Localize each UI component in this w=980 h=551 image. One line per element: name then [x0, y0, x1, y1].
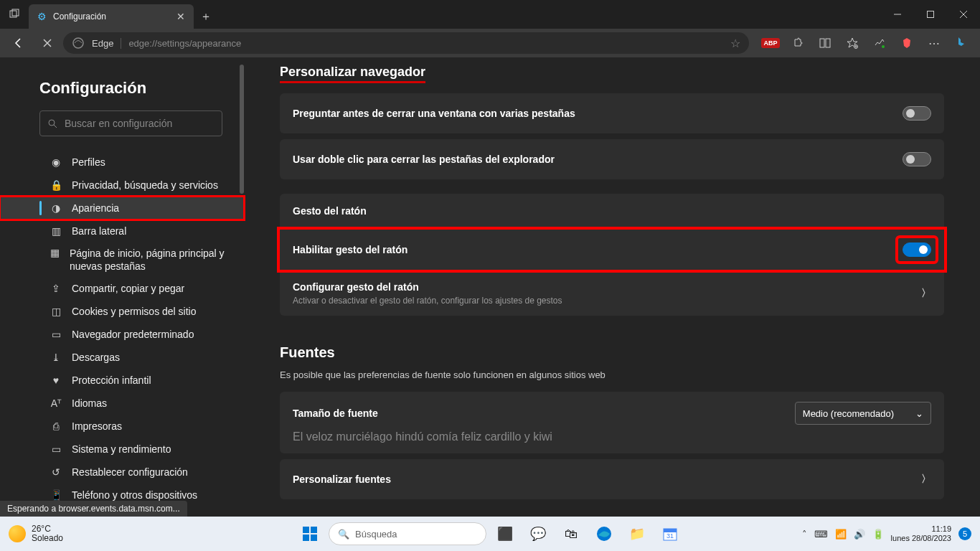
toolbar-icons: ABP ⋯ [758, 32, 974, 55]
sidebar-title: Configuración [0, 72, 244, 110]
titlebar: ⚙ Configuración ✕ ＋ [0, 0, 980, 29]
sidebar-item-family[interactable]: ♥Protección infantil [0, 369, 244, 392]
sidebar-item-privacy[interactable]: 🔒Privacidad, búsqueda y servicios [0, 174, 244, 197]
sidebar-item-printers[interactable]: ⎙Impresoras [0, 415, 244, 438]
lock-icon: 🔒 [50, 179, 62, 191]
browser-tab[interactable]: ⚙ Configuración ✕ [29, 4, 194, 29]
share-icon: ⇪ [50, 283, 62, 294]
performance-button[interactable] [867, 32, 892, 55]
toggle-enable-mouse-gesture[interactable] [903, 242, 931, 257]
system-tray[interactable]: ˄ ⌨ 📶 🔊 🔋 [802, 529, 884, 540]
new-tab-button[interactable]: ＋ [194, 4, 218, 29]
chevron-down-icon: ⌄ [915, 408, 923, 419]
favorites-button[interactable] [839, 32, 865, 55]
tab-actions-button[interactable] [0, 0, 29, 29]
sidebar-item-profiles[interactable]: ◉Perfiles [0, 151, 244, 174]
url-scheme-label: Edge [92, 38, 121, 49]
sidebar-item-appearance[interactable]: ◑Apariencia [0, 197, 244, 220]
download-icon: ⤓ [50, 352, 62, 363]
sidebar-item-startpage[interactable]: ▦Página de inicio, página principal y nu… [0, 242, 244, 277]
taskview-icon[interactable]: ⬛ [491, 519, 519, 548]
section-customize-browser-title: Personalizar navegador [280, 65, 425, 83]
notification-badge[interactable]: 5 [958, 527, 971, 540]
url-text: edge://settings/appearance [128, 38, 723, 49]
row-customize-fonts[interactable]: Personalizar fuentes 〉 [280, 459, 944, 499]
settings-nav-list: ◉Perfiles 🔒Privacidad, búsqueda y servic… [0, 151, 244, 507]
taskbar-search[interactable]: 🔍 Búsqueda [329, 522, 486, 545]
chat-icon[interactable]: 💬 [524, 519, 552, 548]
close-window-button[interactable] [947, 0, 980, 29]
titlebar-left: ⚙ Configuración ✕ ＋ [0, 0, 218, 29]
edge-taskbar-icon[interactable] [590, 519, 618, 548]
maximize-button[interactable] [914, 0, 947, 29]
sidebar-item-default-browser[interactable]: ▭Navegador predeterminado [0, 323, 244, 346]
calendar-icon[interactable]: 31 [656, 519, 684, 548]
row-enable-mouse-gesture[interactable]: Habilitar gesto del ratón [280, 230, 944, 270]
chevron-right-icon: 〉 [921, 473, 931, 486]
explorer-icon[interactable]: 📁 [623, 519, 651, 548]
start-button[interactable] [296, 519, 324, 548]
settings-icon: ⚙ [36, 11, 47, 22]
settings-sidebar: Configuración Buscar en configuración ◉P… [0, 57, 244, 517]
sidebar-item-reset[interactable]: ↺Restablecer configuración [0, 461, 244, 484]
back-button[interactable] [6, 32, 32, 55]
chevron-up-icon[interactable]: ˄ [802, 529, 807, 540]
status-bar: Esperando a browser.events.data.msn.com.… [0, 501, 187, 517]
svg-rect-1 [12, 9, 19, 16]
browser-icon: ▭ [50, 329, 62, 340]
favorite-icon[interactable]: ☆ [730, 37, 740, 50]
row-ask-before-close[interactable]: Preguntar antes de cerrar una ventana co… [280, 93, 944, 133]
sidebar-item-sidebar[interactable]: ▥Barra lateral [0, 220, 244, 242]
search-placeholder: Buscar en configuración [65, 118, 172, 129]
row-doubleclick-close[interactable]: Usar doble clic para cerrar las pestañas… [280, 139, 944, 179]
taskbar-clock[interactable]: 11:19 lunes 28/08/2023 [891, 524, 951, 543]
wifi-icon[interactable]: 📶 [835, 529, 847, 540]
sidebar-item-languages[interactable]: AᵀIdiomas [0, 392, 244, 415]
store-icon[interactable]: 🛍 [557, 519, 585, 548]
toggle-ask-before-close[interactable] [903, 106, 931, 121]
taskbar-weather[interactable]: 26°C Soleado [9, 524, 63, 543]
font-sample-text: El veloz murciélago hindú comía feliz ca… [293, 430, 931, 443]
sidebar-item-cookies[interactable]: ◫Cookies y permisos del sitio [0, 300, 244, 323]
row-configure-mouse-gesture[interactable]: Configurar gesto del ratón Activar o des… [280, 271, 944, 316]
dropdown-font-size[interactable]: Medio (recomendado) ⌄ [795, 402, 931, 425]
family-icon: ♥ [50, 375, 62, 386]
minimize-button[interactable] [881, 0, 914, 29]
section-fonts-subtitle: Es posible que las preferencias de fuent… [280, 369, 944, 380]
abp-extension-button[interactable]: ABP [758, 32, 783, 55]
svg-rect-0 [10, 11, 17, 17]
stop-button[interactable] [34, 32, 60, 55]
keyboard-icon[interactable]: ⌨ [814, 529, 828, 540]
search-icon: 🔍 [338, 529, 349, 540]
search-icon [47, 118, 57, 128]
brave-extension-icon[interactable] [894, 32, 920, 55]
windows-logo-icon [303, 527, 317, 541]
battery-icon[interactable]: 🔋 [872, 529, 884, 540]
toggle-doubleclick-close[interactable] [903, 152, 931, 166]
phone-icon: 📱 [50, 489, 62, 501]
svg-point-14 [882, 45, 885, 48]
settings-search-input[interactable]: Buscar en configuración [39, 110, 222, 136]
url-box[interactable]: Edge edge://settings/appearance ☆ [63, 32, 749, 54]
svg-point-15 [49, 120, 55, 126]
section-fonts-title: Fuentes [280, 344, 944, 361]
taskbar-right: ˄ ⌨ 📶 🔊 🔋 11:19 lunes 28/08/2023 5 [802, 524, 971, 543]
settings-content: Personalizar navegador Preguntar antes d… [244, 57, 980, 517]
chevron-right-icon: 〉 [921, 287, 931, 300]
volume-icon[interactable]: 🔊 [854, 529, 865, 540]
appearance-icon: ◑ [50, 202, 62, 214]
extensions-button[interactable] [785, 32, 811, 55]
sidebar-item-downloads[interactable]: ⤓Descargas [0, 346, 244, 369]
split-screen-button[interactable] [812, 32, 838, 55]
home-icon: ▦ [50, 247, 60, 258]
menu-button[interactable]: ⋯ [921, 32, 947, 55]
sidebar-item-system[interactable]: ▭Sistema y rendimiento [0, 438, 244, 461]
bing-chat-button[interactable] [948, 32, 974, 55]
sidebar-item-share[interactable]: ⇪Compartir, copiar y pegar [0, 277, 244, 300]
row-font-size: Tamaño de fuente Medio (recomendado) ⌄ E… [280, 392, 944, 453]
language-icon: Aᵀ [50, 397, 62, 409]
group-mouse-gesture-header: Gesto del ratón [280, 194, 944, 228]
printer-icon: ⎙ [50, 420, 62, 432]
sun-icon [9, 525, 26, 542]
close-tab-icon[interactable]: ✕ [175, 11, 187, 22]
